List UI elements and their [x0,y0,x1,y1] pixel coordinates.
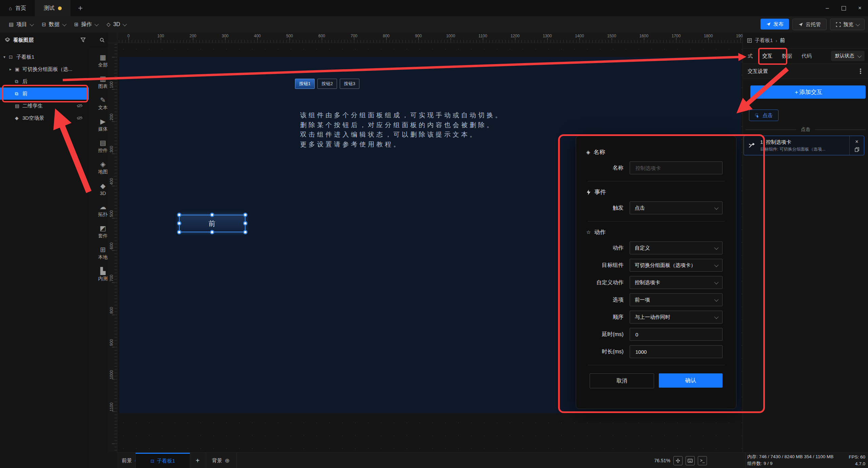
caret-right-icon[interactable]: ▸ [9,67,15,72]
tab-document[interactable]: 测试 [35,0,71,16]
canvas-button-3[interactable]: 按钮3 [340,79,359,89]
resize-handle[interactable] [243,213,248,217]
tree-item-front[interactable]: ⧉ 前 [0,87,89,100]
interaction-card[interactable]: 1. 控制选项卡 目标组件: 可切换分组面板（选项... × [744,136,864,155]
cube-icon: ◇ [106,21,111,27]
chevron-down-icon [714,262,719,267]
trigger-select[interactable]: 点击 [630,201,723,214]
ruler-vertical: 10020030040050060070080090010001100 [108,43,117,452]
minimize-button[interactable]: – [819,0,835,16]
resize-handle[interactable] [177,221,181,226]
name-input[interactable] [630,161,723,174]
breadcrumb-current: 前 [780,37,785,44]
board-tab-active[interactable]: ⊡ 子看板1 [136,453,190,468]
name-input-field[interactable] [635,165,717,171]
click-event-chip[interactable]: 点击 [749,110,778,121]
duration-input[interactable] [630,345,723,358]
select-value: 点击 [635,205,645,211]
copy-icon[interactable] [855,147,859,152]
delay-input[interactable] [630,328,723,341]
confirm-button[interactable]: 确认 [659,373,723,388]
tree-item-subboard[interactable]: ▾ ⊡ 子看板1 [0,51,89,63]
maximize-button[interactable] [835,0,852,16]
publish-button[interactable]: 发布 [761,19,789,30]
option-select[interactable]: 前一项 [630,293,723,306]
caret-down-icon[interactable]: ▾ [3,55,9,59]
state-select[interactable]: 默认状态 [831,51,865,61]
menu-data[interactable]: ⊟ 数据 [42,21,65,28]
breadcrumb: 子看板1 › 前 [743,33,868,48]
tab-style[interactable]: 式 [748,53,753,59]
new-tab-button[interactable]: + [71,0,90,16]
resize-handle[interactable] [177,213,181,217]
add-interaction-button[interactable]: ＋添加交互 [750,85,866,99]
canvas-button-1[interactable]: 按钮1 [295,79,315,89]
tree-item-tab-panel[interactable]: ▸ ▣ 可切换分组面板（选... [0,63,89,75]
event-group-divider: 点击 [743,126,868,133]
tab-data[interactable]: 数据 [782,53,792,59]
category-label: 媒体 [98,126,108,132]
eye-hidden-icon[interactable] [77,116,83,120]
background-layer-button[interactable]: 背景 ⊕ [212,453,230,468]
group-icon: ⧉ [15,79,22,84]
tree-item-3d-scene[interactable]: ◆ 3D空场景 [0,112,89,124]
cloud-host-button[interactable]: 云托管 [792,19,827,30]
menu-project[interactable]: ▤ 项目 [9,21,33,28]
field-label: 延时(ms) [590,331,630,338]
search-icon[interactable] [99,37,105,43]
tab-code[interactable]: 代码 [802,53,812,59]
paper-plane-icon [798,22,803,27]
resize-handle[interactable] [243,221,248,226]
breadcrumb-root[interactable]: 子看板1 [755,37,773,44]
eye-hidden-icon[interactable] [77,104,83,108]
more-menu-icon[interactable] [860,71,861,72]
divider [588,365,725,365]
tab-home[interactable]: ⌂ 首页 [0,0,35,16]
terminal-icon[interactable]: >_ [698,456,707,465]
dialog-section-event: 事件 [586,188,723,196]
menu-actions-label: 操作 [81,21,92,28]
action-select[interactable]: 自定义 [630,241,723,254]
fit-screen-icon[interactable] [673,456,683,465]
chevron-down-icon [30,22,34,26]
tab-buttons-component: 按钮1 按钮2 按钮3 [295,79,359,89]
keyboard-shortcuts-icon[interactable] [686,456,695,465]
layers-tree: ▾ ⊡ 子看板1 ▸ ▣ 可切换分组面板（选... ⧉ 后 ⧉ 前 ▤ 二维孪生… [0,47,89,468]
duration-input-field[interactable] [635,349,717,355]
screen-icon: ⊡ [9,54,16,60]
fps-stat: FPS: 60 [849,454,865,460]
field-label: 顺序 [590,314,630,321]
resize-handle[interactable] [210,213,214,217]
delay-input-field[interactable] [635,331,717,338]
add-circle-icon[interactable]: ⊕ [225,457,230,464]
category-label: 全部 [98,62,108,68]
canvas-button-2[interactable]: 按钮2 [317,79,337,89]
close-button[interactable]: × [852,0,868,16]
custom-action-select[interactable]: 控制选项卡 [630,276,723,289]
tree-item-back[interactable]: ⧉ 后 [0,75,89,87]
tree-item-2d-twin[interactable]: ▤ 二维孪生 [0,100,89,112]
order-select[interactable]: 与上一动作同时 [630,311,723,324]
foreground-label: 前景 [122,457,132,464]
category-label: 地图 [98,169,108,175]
selected-component-front[interactable]: 前 [179,215,245,232]
action-star-icon: ☆ [586,229,591,235]
add-board-button[interactable]: + [196,453,200,468]
tab-interaction[interactable]: 交互 [762,53,772,59]
tab-document-label: 测试 [44,5,55,12]
cancel-button[interactable]: 取消 [590,373,654,388]
state-select-value: 默认状态 [835,53,854,59]
panel-hint-text[interactable]: 该组件由多个分组面板组成，可实现手动或自动切换。 删除某个按钮后，对应分组面板的… [300,111,504,149]
remove-interaction-icon[interactable]: × [855,139,858,144]
target-component-select[interactable]: 可切换分组面板（选项卡） [630,259,723,272]
resize-handle[interactable] [177,230,181,234]
lightning-icon [586,190,591,195]
preview-button[interactable]: 预览 [830,19,865,30]
menu-3d[interactable]: ◇ 3D [106,21,126,27]
filter-icon[interactable] [80,37,86,43]
interaction-settings-header: 交互设置 [743,64,868,79]
resize-handle[interactable] [210,230,214,234]
resize-handle[interactable] [243,230,248,234]
chevron-down-icon [714,297,719,301]
menu-actions[interactable]: ⊞ 操作 [74,21,98,28]
